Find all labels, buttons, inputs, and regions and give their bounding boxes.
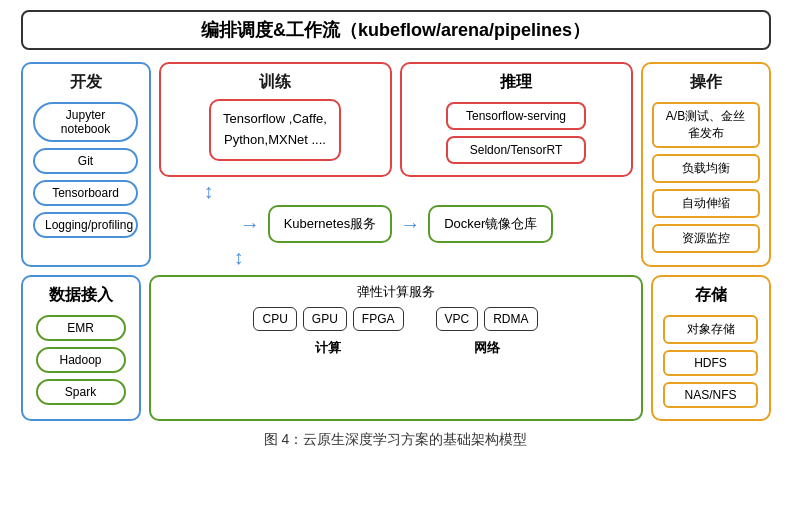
storage-item-1: HDFS	[663, 350, 758, 376]
compute-gpu: GPU	[303, 307, 347, 331]
docker-box: Docker镜像仓库	[428, 205, 553, 243]
network-rdma: RDMA	[484, 307, 537, 331]
caption: 图 4：云原生深度学习方案的基础架构模型	[21, 431, 771, 449]
kaifa-title: 开发	[70, 72, 102, 93]
kaifa-section: 开发 Jupyter notebook Git Tensorboard Logg…	[21, 62, 151, 267]
network-items: VPC RDMA	[436, 307, 538, 331]
compute-group: CPU GPU FPGA 计算	[253, 307, 403, 357]
kaifa-item-0: Jupyter notebook	[33, 102, 138, 142]
storage-item-2: NAS/NFS	[663, 382, 758, 408]
inference-item-0: Tensorflow-serving	[446, 102, 586, 130]
compute-label: 计算	[315, 339, 341, 357]
main-title: 编排调度&工作流（kubeflow/arena/pipelines）	[21, 10, 771, 50]
mid-row: → Kubernetes服务 → Docker镜像仓库	[159, 205, 633, 243]
compute-cpu: CPU	[253, 307, 296, 331]
ops-item-1: 负载均衡	[652, 154, 760, 183]
storage-item-0: 对象存储	[663, 315, 758, 344]
data-item-0: EMR	[36, 315, 126, 341]
network-label: 网络	[474, 339, 500, 357]
elastic-title: 弹性计算服务	[357, 283, 435, 301]
storage-section: 存储 对象存储 HDFS NAS/NFS	[651, 275, 771, 421]
main-grid: 开发 Jupyter notebook Git Tensorboard Logg…	[21, 62, 771, 267]
center-section: 训练 Tensorflow ,Caffe,Python,MXNet .... 推…	[159, 62, 633, 267]
ops-item-0: A/B测试、金丝雀发布	[652, 102, 760, 148]
diagram-wrapper: 编排调度&工作流（kubeflow/arena/pipelines） 开发 Ju…	[21, 10, 771, 449]
arrow-down-area: ↕	[159, 247, 633, 267]
data-item-1: Hadoop	[36, 347, 126, 373]
arrow-down-icon: ↕	[234, 247, 244, 267]
ops-item-2: 自动伸缩	[652, 189, 760, 218]
storage-title: 存储	[695, 285, 727, 306]
inference-item-1: Seldon/TensorRT	[446, 136, 586, 164]
kaifa-item-3: Logging/profiling	[33, 212, 138, 238]
data-item-2: Spark	[36, 379, 126, 405]
data-section: 数据接入 EMR Hadoop Spark	[21, 275, 141, 421]
ops-title: 操作	[690, 72, 722, 93]
ops-section: 操作 A/B测试、金丝雀发布 负载均衡 自动伸缩 资源监控	[641, 62, 771, 267]
training-section: 训练 Tensorflow ,Caffe,Python,MXNet ....	[159, 62, 392, 177]
arrow-up-icon: ↕	[204, 181, 214, 201]
k8s-box: Kubernetes服务	[268, 205, 393, 243]
kaifa-item-1: Git	[33, 148, 138, 174]
bottom-content: 数据接入 EMR Hadoop Spark 弹性计算服务 CPU GPU FPG…	[21, 275, 771, 421]
elastic-section: 弹性计算服务 CPU GPU FPGA 计算 VPC RDMA	[149, 275, 643, 421]
network-group: VPC RDMA 网络	[436, 307, 538, 357]
training-title: 训练	[259, 72, 291, 93]
ops-item-3: 资源监控	[652, 224, 760, 253]
elastic-content: CPU GPU FPGA 计算 VPC RDMA 网络	[159, 307, 633, 357]
top-row: 训练 Tensorflow ,Caffe,Python,MXNet .... 推…	[159, 62, 633, 177]
data-title: 数据接入	[49, 285, 113, 306]
arrow-left-icon: →	[240, 213, 260, 236]
arrow-up-area: ↕	[159, 181, 633, 201]
network-vpc: VPC	[436, 307, 479, 331]
inference-title: 推理	[500, 72, 532, 93]
training-text: Tensorflow ,Caffe,Python,MXNet ....	[223, 111, 327, 147]
compute-fpga: FPGA	[353, 307, 404, 331]
kaifa-item-2: Tensorboard	[33, 180, 138, 206]
arrow-right-icon: →	[400, 213, 420, 236]
inference-section: 推理 Tensorflow-serving Seldon/TensorRT	[400, 62, 633, 177]
training-content: Tensorflow ,Caffe,Python,MXNet ....	[209, 99, 341, 161]
compute-items: CPU GPU FPGA	[253, 307, 403, 331]
